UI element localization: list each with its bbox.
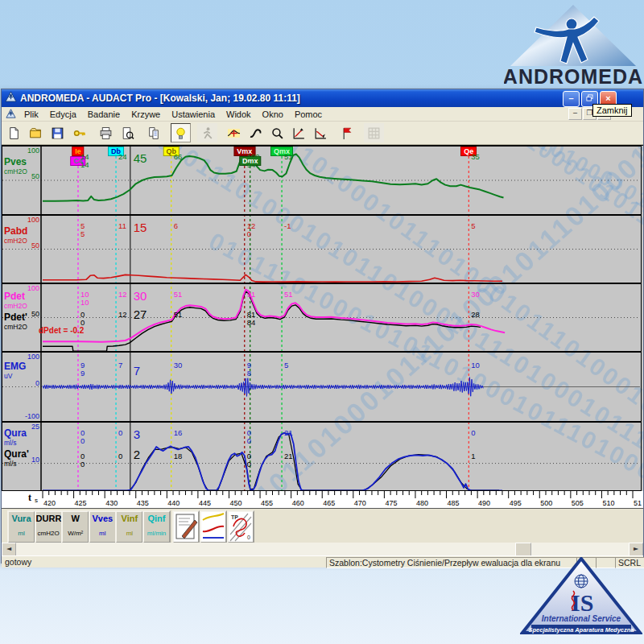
- channel-label-pdet: Pdet: [4, 291, 25, 301]
- channel-unit-pdet-prime: cmH2O: [4, 324, 27, 331]
- cursor-value-pdet-prime: 27: [134, 308, 147, 320]
- open-folder-button[interactable]: [26, 123, 46, 142]
- menu-plik[interactable]: Plik: [19, 109, 44, 120]
- axis-mid-pves: 50: [2, 173, 39, 180]
- channel-button-vura[interactable]: Vuraml: [7, 510, 35, 543]
- curve-tool-icon: [249, 126, 262, 140]
- marker-value-qura-Qe: 0: [471, 429, 475, 437]
- chart-area: 0101110100010101101000101110100010111010…: [2, 145, 643, 491]
- channel-button-vinf[interactable]: Vinfml: [115, 510, 143, 543]
- menu-bar: PlikEdycjaBadanieKrzyweUstawieniaWidokOk…: [2, 107, 643, 122]
- key-button[interactable]: [69, 123, 89, 142]
- menu-widok[interactable]: Widok: [221, 109, 257, 120]
- curve-tool-button[interactable]: [246, 123, 266, 142]
- time-axis-tick: 425: [75, 499, 87, 507]
- pattern-icon: [367, 126, 381, 140]
- cursor-value-qura-prime: 2: [134, 448, 140, 460]
- window-title: ANDROMEDA - AUDACT Pro - [Kowalski, Jan;…: [20, 93, 300, 104]
- toolbar-separator: [332, 125, 336, 141]
- app-icon: [5, 91, 17, 105]
- channel-button-label: Qinf: [144, 514, 169, 524]
- mdi-minimize-button[interactable]: –: [568, 108, 582, 120]
- time-axis-tick: 485: [448, 499, 460, 507]
- time-axis-tick: 500: [540, 499, 552, 507]
- save-button[interactable]: [47, 123, 68, 142]
- time-axis-tick: 450: [229, 499, 242, 507]
- flag-button[interactable]: [337, 123, 357, 142]
- status-ready: gotowy: [5, 557, 31, 567]
- time-axis-tick: 510: [602, 499, 614, 507]
- channel-button-unit: W/m²: [63, 530, 88, 537]
- marker-value-qura-Ie: 00: [80, 429, 85, 445]
- light-bulb-button[interactable]: [171, 123, 191, 142]
- marker-value-qura-prime-Ie: 00: [80, 452, 85, 469]
- notes-button[interactable]: [172, 510, 200, 543]
- chart-eval-2-button[interactable]: [311, 123, 331, 142]
- print-button[interactable]: [96, 123, 116, 142]
- marker-value-qura-prime-Db: 0: [118, 452, 122, 460]
- minimize-button[interactable]: –: [563, 91, 580, 107]
- andromeda-logo: ANDROMEDA: [504, 2, 642, 87]
- channel-button-w[interactable]: WW/m²: [61, 510, 89, 543]
- menu-edycja[interactable]: Edycja: [44, 109, 82, 120]
- marker-value-emg-Ie: 99: [80, 361, 85, 378]
- zoom-button[interactable]: [267, 123, 287, 142]
- save-icon: [51, 126, 64, 140]
- time-axis-tick: t: [28, 492, 31, 503]
- channel-button-durr[interactable]: DURRcmH2O: [35, 510, 63, 543]
- qura-prime-curve: [43, 433, 499, 491]
- axis-top-qura: 25: [2, 423, 39, 431]
- marker-value-pdet-Vmx: 91: [247, 291, 256, 299]
- time-axis-tick: 455: [261, 499, 273, 507]
- cursor-value-pabd: 15: [134, 221, 147, 233]
- pattern-button: [364, 123, 384, 142]
- toolbar-separator: [165, 125, 170, 141]
- exit-runner-icon: [200, 126, 214, 140]
- key-icon: [72, 126, 86, 140]
- pdet-curve: [43, 290, 505, 342]
- marker-value-qura-prime-Vmx: 00: [247, 452, 251, 469]
- copy-icon: [147, 126, 161, 140]
- marker-value-pdet-prime-Qe: 28: [471, 311, 480, 319]
- time-axis: 4204254304354404454504554604654704754804…: [2, 491, 643, 509]
- print-preview-button[interactable]: [118, 123, 138, 142]
- channel-button-qinf[interactable]: Qinfml/min: [142, 510, 171, 543]
- time-axis-tick: 515: [634, 499, 642, 507]
- curves-preview-button[interactable]: [200, 510, 227, 543]
- chart-eval-1-button[interactable]: [289, 123, 309, 142]
- menu-badanie[interactable]: Badanie: [82, 109, 126, 120]
- pabd-curve: [43, 275, 502, 282]
- axis-top-pves: 100: [2, 147, 39, 155]
- horizontal-scrollbar[interactable]: ◄ ►: [2, 543, 643, 555]
- marker-value-pves-Db: 24: [118, 153, 127, 161]
- marker-add-icon: [227, 126, 241, 140]
- menu-okno[interactable]: Okno: [257, 109, 289, 120]
- cursor-value-emg: 7: [134, 365, 140, 377]
- marker-value-pdet-prime-Vmx: 8184: [247, 311, 256, 327]
- desktop-background: ANDROMEDA ANDROMEDA - AUDACT Pro - [Kowa…: [0, 0, 644, 644]
- toolbar-separator: [192, 125, 196, 141]
- menu-krzywe[interactable]: Krzywe: [126, 109, 166, 120]
- emg-curve: [43, 378, 483, 397]
- marker-value-emg-Db: 7: [118, 361, 122, 369]
- channel-label-emg: EMG: [4, 361, 26, 371]
- channel-button-vves[interactable]: Vvesml: [89, 510, 117, 543]
- open-folder-icon: [29, 126, 43, 140]
- marker-value-pdet-Qb: 51: [174, 291, 183, 299]
- copy-button[interactable]: [144, 123, 164, 142]
- tp-loop-button[interactable]: TP0: [227, 510, 254, 543]
- cursor-value-pves: 45: [134, 152, 147, 164]
- time-axis-tick: 470: [354, 499, 366, 507]
- axis-mid-pdet: 50: [2, 311, 39, 318]
- menu-ustawienia[interactable]: Ustawienia: [166, 109, 221, 120]
- channel-button-label: Vves: [90, 514, 115, 524]
- time-axis-tick: 420: [43, 499, 56, 507]
- new-document-button[interactable]: [4, 123, 24, 142]
- marker-value-pdet-prime-Db: 12: [118, 311, 127, 319]
- channel-button-unit: ml: [9, 530, 34, 537]
- menu-pomoc[interactable]: Pomoc: [289, 109, 328, 120]
- channel-button-label: W: [63, 514, 88, 524]
- time-axis-tick: 465: [323, 499, 335, 507]
- close-tooltip: Zamknij: [592, 104, 632, 117]
- marker-add-button[interactable]: [224, 123, 244, 142]
